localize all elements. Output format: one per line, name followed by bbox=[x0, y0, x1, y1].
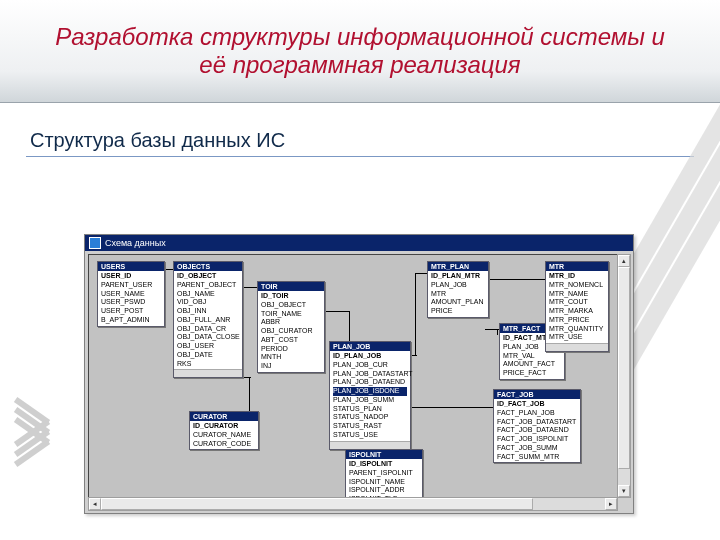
table-toir[interactable]: TOIR ID_TOIR OBJ_OBJECT TOIR_NAME ABBR O… bbox=[257, 281, 325, 373]
table-header: CURATOR bbox=[190, 412, 258, 421]
table-ispolnit[interactable]: ISPOLNIT ID_ISPOLNIT PARENT_ISPOLNIT ISP… bbox=[345, 449, 423, 498]
decor-chevrons bbox=[12, 408, 62, 458]
table-mtr[interactable]: MTR MTR_ID MTR_NOMENCL MTR_NAME MTR_COUT… bbox=[545, 261, 609, 352]
relation-line bbox=[497, 329, 498, 335]
scroll-right-button[interactable]: ▸ bbox=[605, 498, 617, 510]
table-fact-job[interactable]: FACT_JOB ID_FACT_JOB FACT_PLAN_JOB FACT_… bbox=[493, 389, 581, 463]
table-header: PLAN_JOB bbox=[330, 342, 410, 351]
table-users[interactable]: USERS USER_ID PARENT_USER USER_NAME USER… bbox=[97, 261, 165, 327]
table-header: USERS bbox=[98, 262, 164, 271]
table-objects[interactable]: OBJECTS ID_OBJECT PARENT_OBJECT OBJ_NAME… bbox=[173, 261, 243, 378]
slide-subtitle: Структура базы данных ИС bbox=[30, 129, 720, 152]
table-columns: MTR_ID MTR_NOMENCL MTR_NAME MTR_COUT MTR… bbox=[546, 271, 608, 343]
table-header: TOIR bbox=[258, 282, 324, 291]
table-header: MTR bbox=[546, 262, 608, 271]
table-columns: ID_ISPOLNIT PARENT_ISPOLNIT ISPOLNIT_NAM… bbox=[346, 459, 422, 498]
table-columns: ID_CURATOR CURATOR_NAME CURATOR_CODE bbox=[190, 421, 258, 449]
relation-line bbox=[415, 273, 416, 355]
table-header: MTR_PLAN bbox=[428, 262, 488, 271]
table-curator[interactable]: CURATOR ID_CURATOR CURATOR_NAME CURATOR_… bbox=[189, 411, 259, 450]
diagram-canvas[interactable]: USERS USER_ID PARENT_USER USER_NAME USER… bbox=[88, 254, 618, 498]
table-columns: USER_ID PARENT_USER USER_NAME USER_PSWD … bbox=[98, 271, 164, 326]
scroll-left-button[interactable]: ◂ bbox=[89, 498, 101, 510]
table-mtr-plan[interactable]: MTR_PLAN ID_PLAN_MTR PLAN_JOB MTR AMOUNT… bbox=[427, 261, 489, 318]
relation-line bbox=[485, 279, 545, 280]
scroll-up-button[interactable]: ▴ bbox=[618, 255, 630, 267]
slide-title: Разработка структуры информационной сист… bbox=[55, 23, 665, 78]
title-line-1: Разработка структуры информационной сист… bbox=[55, 23, 665, 50]
table-columns: ID_PLAN_MTR PLAN_JOB MTR AMOUNT_PLAN PRI… bbox=[428, 271, 488, 317]
window-caption: Схема данных bbox=[105, 238, 166, 248]
horizontal-scrollbar[interactable]: ◂ ▸ bbox=[88, 497, 618, 511]
table-columns: ID_TOIR OBJ_OBJECT TOIR_NAME ABBR OBJ_CU… bbox=[258, 291, 324, 372]
table-scrollbar[interactable] bbox=[174, 369, 242, 377]
schema-window: Схема данных USERS USER_ID bbox=[84, 234, 634, 514]
scroll-down-button[interactable]: ▾ bbox=[618, 485, 630, 497]
table-columns: ID_OBJECT PARENT_OBJECT OBJ_NAME VID_OBJ… bbox=[174, 271, 242, 369]
scroll-thumb[interactable] bbox=[101, 498, 533, 510]
table-plan-job[interactable]: PLAN_JOB ID_PLAN_JOB PLAN_JOB_CUR PLAN_J… bbox=[329, 341, 411, 450]
window-titlebar[interactable]: Схема данных bbox=[85, 235, 633, 251]
vertical-scrollbar[interactable]: ▴ ▾ bbox=[617, 254, 631, 498]
title-line-2: её программная реализация bbox=[199, 51, 520, 78]
scroll-thumb[interactable] bbox=[618, 267, 630, 469]
table-header: FACT_JOB bbox=[494, 390, 580, 399]
window-icon bbox=[89, 237, 101, 249]
table-header: OBJECTS bbox=[174, 262, 242, 271]
table-columns: ID_PLAN_JOB PLAN_JOB_CUR PLAN_JOB_DATAST… bbox=[330, 351, 410, 441]
table-columns: ID_FACT_JOB FACT_PLAN_JOB FACT_JOB_DATAS… bbox=[494, 399, 580, 462]
table-scrollbar[interactable] bbox=[330, 441, 410, 449]
divider bbox=[26, 156, 694, 157]
table-scrollbar[interactable] bbox=[546, 343, 608, 351]
relation-line bbox=[405, 407, 495, 408]
table-header: ISPOLNIT bbox=[346, 450, 422, 459]
slide-header: Разработка структуры информационной сист… bbox=[0, 0, 720, 103]
